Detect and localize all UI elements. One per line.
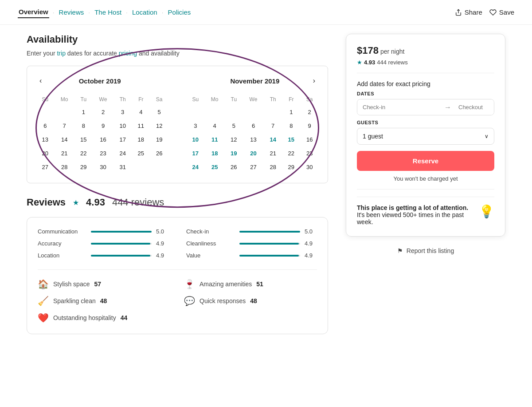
- col-tu: Tu: [74, 94, 93, 105]
- calendar-day[interactable]: 18: [205, 146, 225, 160]
- calendar-day[interactable]: 31: [113, 160, 132, 174]
- calendar-day[interactable]: 13: [243, 133, 264, 146]
- calendar-day[interactable]: 16: [93, 133, 113, 146]
- calendar-day[interactable]: 10: [186, 133, 205, 146]
- calendar-day[interactable]: 28: [264, 160, 282, 174]
- calendar-day[interactable]: 8: [74, 119, 93, 133]
- calendar-day[interactable]: 15: [282, 133, 300, 146]
- calendar-day[interactable]: 6: [36, 119, 55, 133]
- calendar-day[interactable]: 30: [300, 160, 319, 174]
- calendar-day[interactable]: 4: [205, 119, 225, 133]
- calendar-day[interactable]: 5: [150, 105, 168, 119]
- card-star-icon: ★: [357, 59, 362, 66]
- share-button[interactable]: Share: [455, 8, 482, 16]
- nav-actions: Share Save: [455, 8, 514, 16]
- ratings-divider: [38, 269, 317, 270]
- nav-policies[interactable]: Policies: [167, 7, 192, 18]
- share-label: Share: [465, 8, 482, 16]
- calendar-day[interactable]: 11: [205, 133, 225, 146]
- heart-icon: [489, 9, 497, 16]
- col-we: We: [93, 94, 113, 105]
- calendar-day[interactable]: 2: [300, 105, 319, 119]
- calendar-day[interactable]: 12: [150, 119, 168, 133]
- save-button[interactable]: Save: [489, 8, 514, 16]
- calendar-day[interactable]: 21: [55, 146, 74, 160]
- dates-input-row[interactable]: →: [357, 99, 494, 115]
- save-label: Save: [499, 8, 514, 16]
- calendar-day[interactable]: 5: [225, 119, 243, 133]
- calendar-day[interactable]: 14: [55, 133, 74, 146]
- calendar-day[interactable]: 29: [74, 160, 93, 174]
- attention-title: This place is getting a lot of attention…: [357, 204, 468, 211]
- rating-row: Check-in 5.0: [186, 228, 317, 235]
- calendar-day[interactable]: 7: [264, 119, 282, 133]
- calendar-day[interactable]: 1: [282, 105, 300, 119]
- calendar-day[interactable]: 3: [113, 105, 132, 119]
- calendar-day[interactable]: 24: [113, 146, 132, 160]
- calendar-day[interactable]: 26: [225, 160, 243, 174]
- calendar-day[interactable]: 16: [300, 133, 319, 146]
- lightbulb-icon: 💡: [479, 204, 494, 219]
- calendar-day[interactable]: 24: [186, 160, 205, 174]
- calendar-day[interactable]: 22: [74, 146, 93, 160]
- calendar-day[interactable]: 11: [132, 119, 150, 133]
- rating-label: Check-in: [186, 228, 235, 235]
- calendar-day[interactable]: 9: [93, 119, 113, 133]
- nav-reviews[interactable]: Reviews: [58, 7, 85, 18]
- calendar-day[interactable]: 29: [282, 160, 300, 174]
- calendar-day[interactable]: 23: [93, 146, 113, 160]
- nav-overview[interactable]: Overview: [18, 6, 49, 18]
- calendar-day[interactable]: 14: [264, 133, 282, 146]
- card-top-divider: [357, 73, 494, 73]
- reserve-button[interactable]: Reserve: [357, 151, 494, 171]
- calendar-day[interactable]: 13: [36, 133, 55, 146]
- checkout-input[interactable]: [453, 99, 494, 115]
- calendar-day[interactable]: 17: [186, 146, 205, 160]
- checkin-input[interactable]: [357, 99, 442, 115]
- calendar-day[interactable]: 18: [132, 133, 150, 146]
- calendar-day[interactable]: 25: [205, 160, 225, 174]
- calendar-day[interactable]: 2: [93, 105, 113, 119]
- calendar-day[interactable]: 9: [300, 119, 319, 133]
- calendar-day[interactable]: 17: [113, 133, 132, 146]
- rating-bar-fill: [239, 255, 299, 257]
- calendar-day[interactable]: 21: [264, 146, 282, 160]
- calendar-day[interactable]: 22: [282, 146, 300, 160]
- calendar-day[interactable]: 27: [36, 160, 55, 174]
- calendar-day[interactable]: 30: [93, 160, 113, 174]
- nav-the-host[interactable]: The Host: [94, 7, 122, 18]
- rating-row: Communication 5.0: [38, 228, 168, 235]
- guests-selector[interactable]: 1 guest ∨: [357, 128, 494, 145]
- calendar-day[interactable]: 27: [243, 160, 264, 174]
- price-per-night: per night: [380, 48, 404, 55]
- calendar-day[interactable]: 19: [150, 133, 168, 146]
- calendar-day[interactable]: 20: [36, 146, 55, 160]
- highlight-item: 🍷 Amazing amenities 51: [184, 279, 317, 289]
- highlight-count: 48: [100, 297, 107, 304]
- calendar-day: [225, 105, 243, 119]
- calendar-day[interactable]: 1: [74, 105, 93, 119]
- reviews-section: Reviews ★ 4.93 444 reviews Communication…: [27, 197, 328, 334]
- calendar-day[interactable]: 7: [55, 119, 74, 133]
- next-month-button[interactable]: ›: [309, 75, 319, 87]
- report-listing-button[interactable]: ⚑ Report this listing: [346, 244, 505, 258]
- calendar-day[interactable]: 15: [74, 133, 93, 146]
- calendar-day[interactable]: 8: [282, 119, 300, 133]
- calendar-day[interactable]: 20: [243, 146, 264, 160]
- nav-location[interactable]: Location: [131, 7, 158, 18]
- calendar-day[interactable]: 4: [132, 105, 150, 119]
- calendar-day[interactable]: 3: [186, 119, 205, 133]
- calendar-day[interactable]: 25: [132, 146, 150, 160]
- calendar-day[interactable]: 28: [55, 160, 74, 174]
- calendar-day[interactable]: 23: [300, 146, 319, 160]
- card-bottom-divider: [357, 189, 494, 190]
- rating-row: Location 4.9: [38, 252, 168, 259]
- calendar-day[interactable]: 26: [150, 146, 168, 160]
- calendar-day: [243, 105, 264, 119]
- calendar-day[interactable]: 12: [225, 133, 243, 146]
- calendar-day[interactable]: 6: [243, 119, 264, 133]
- calendar-day[interactable]: 19: [225, 146, 243, 160]
- prev-month-button[interactable]: ‹: [36, 75, 45, 87]
- calendar-day[interactable]: 10: [113, 119, 132, 133]
- reviews-star: ★: [73, 198, 79, 207]
